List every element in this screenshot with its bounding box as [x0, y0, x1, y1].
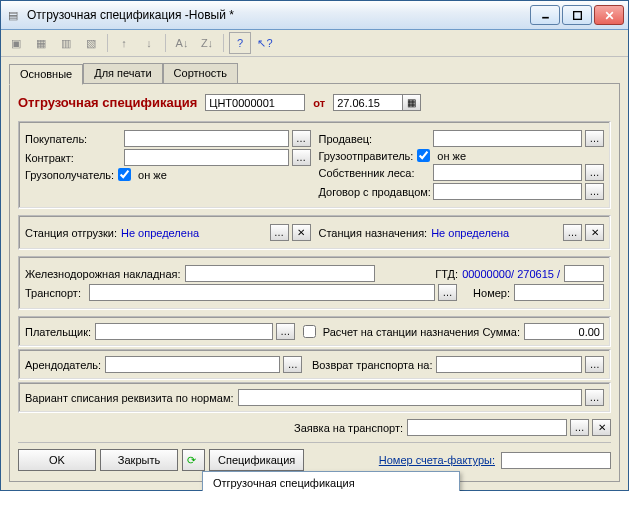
tb-sort-asc-icon[interactable]: A↓ — [171, 32, 193, 54]
dep-station-label: Станция отгрузки: — [25, 227, 117, 239]
spec-dropdown-menu: Отгрузочная спецификация Товарная наклад… — [202, 471, 460, 491]
transport-input[interactable] — [89, 284, 435, 301]
titlebar: ▤ Отгрузочная спецификация -Новый * — [1, 1, 628, 30]
minimize-button[interactable] — [530, 5, 560, 25]
buyer-input[interactable] — [124, 130, 289, 147]
window-title: Отгрузочная спецификация -Новый * — [27, 8, 530, 22]
contract-lookup-button[interactable]: … — [292, 149, 311, 166]
seller-contract-input[interactable] — [433, 183, 583, 200]
ok-button[interactable]: OK — [18, 449, 96, 471]
transport-label: Транспорт: — [25, 287, 85, 299]
consignee-label: Грузополучатель: — [25, 169, 114, 181]
payer-lookup-button[interactable]: … — [276, 323, 295, 340]
lessor-label: Арендодатель: — [25, 359, 101, 371]
menu-item-shipping-spec[interactable]: Отгрузочная спецификация — [203, 472, 459, 491]
tb-help-icon[interactable]: ? — [229, 32, 251, 54]
tab-print[interactable]: Для печати — [83, 63, 162, 84]
consignee-same-checkbox[interactable] — [118, 168, 131, 181]
tb-icon-4[interactable]: ▧ — [80, 32, 102, 54]
tb-sort-desc-icon[interactable]: Z↓ — [196, 32, 218, 54]
refresh-icon: ⟳ — [187, 454, 196, 467]
tab-panel-main: Отгрузочная спецификация от ▦ Покупатель… — [9, 83, 620, 482]
document-icon: ▤ — [5, 7, 21, 23]
transport-request-clear-button[interactable]: ✕ — [592, 419, 611, 436]
dep-station-clear-button[interactable]: ✕ — [292, 224, 311, 241]
tabstrip: Основные Для печати Сортность — [9, 62, 620, 84]
svg-rect-1 — [573, 11, 581, 19]
forest-owner-input[interactable] — [433, 164, 583, 181]
buyer-label: Покупатель: — [25, 133, 120, 145]
number-label: Номер: — [473, 287, 510, 299]
tab-main[interactable]: Основные — [9, 64, 83, 85]
app-window: ▤ Отгрузочная спецификация -Новый * ▣ ▦ … — [0, 0, 629, 491]
close-form-button[interactable]: Закрыть — [100, 449, 178, 471]
rail-waybill-input[interactable] — [185, 265, 375, 282]
return-lookup-button[interactable]: … — [585, 356, 604, 373]
invoice-number-input[interactable] — [501, 452, 611, 469]
return-label: Возврат транспорта на: — [312, 359, 432, 371]
transport-lookup-button[interactable]: … — [438, 284, 457, 301]
page-title: Отгрузочная спецификация — [18, 95, 197, 110]
consignee-same-label: он же — [138, 169, 167, 181]
tb-help-pointer-icon[interactable]: ↖? — [254, 32, 276, 54]
toolbar: ▣ ▦ ▥ ▧ ↑ ↓ A↓ Z↓ ? ↖? — [1, 30, 628, 57]
seller-label: Продавец: — [319, 133, 429, 145]
calc-at-dest-checkbox[interactable] — [303, 325, 316, 338]
dest-station-lookup-button[interactable]: … — [563, 224, 582, 241]
seller-contract-label: Договор c продавцом: — [319, 186, 429, 198]
shipper-same-checkbox[interactable] — [417, 149, 430, 162]
close-button[interactable] — [594, 5, 624, 25]
dest-station-label: Станция назначения: — [319, 227, 428, 239]
payer-label: Плательщик: — [25, 326, 91, 338]
lessor-input[interactable] — [105, 356, 280, 373]
tb-icon-3[interactable]: ▥ — [55, 32, 77, 54]
tab-sort[interactable]: Сортность — [163, 63, 238, 84]
buyer-lookup-button[interactable]: … — [292, 130, 311, 147]
gtd-value[interactable]: 00000000/ 270615 / — [462, 268, 560, 280]
seller-contract-lookup-button[interactable]: … — [585, 183, 604, 200]
contract-input[interactable] — [124, 149, 289, 166]
lessor-lookup-button[interactable]: … — [283, 356, 302, 373]
transport-request-input[interactable] — [407, 419, 567, 436]
sum-input[interactable] — [524, 323, 604, 340]
shipper-same-label: он же — [437, 150, 466, 162]
seller-input[interactable] — [433, 130, 583, 147]
writeoff-input[interactable] — [238, 389, 582, 406]
calc-at-dest-label: Расчет на станции назначения Сумма: — [323, 326, 520, 338]
doc-number-input[interactable] — [205, 94, 305, 111]
writeoff-label: Вариант списания реквизита по нормам: — [25, 392, 234, 404]
label-ot: от — [313, 97, 325, 109]
dep-station-lookup-button[interactable]: … — [270, 224, 289, 241]
tb-up-icon[interactable]: ↑ — [113, 32, 135, 54]
tb-icon-2[interactable]: ▦ — [30, 32, 52, 54]
tb-icon-1[interactable]: ▣ — [5, 32, 27, 54]
dest-station-link[interactable]: Не определена — [431, 227, 560, 239]
tb-down-icon[interactable]: ↓ — [138, 32, 160, 54]
writeoff-lookup-button[interactable]: … — [585, 389, 604, 406]
return-input[interactable] — [436, 356, 582, 373]
gtd-label: ГТД: — [435, 268, 458, 280]
shipper-label: Грузоотправитель: — [319, 150, 414, 162]
seller-lookup-button[interactable]: … — [585, 130, 604, 147]
transport-request-lookup-button[interactable]: … — [570, 419, 589, 436]
dep-station-link[interactable]: Не определена — [121, 227, 267, 239]
payer-input[interactable] — [95, 323, 273, 340]
forest-owner-lookup-button[interactable]: … — [585, 164, 604, 181]
forest-owner-label: Собственник леса: — [319, 167, 429, 179]
refresh-button[interactable]: ⟳ — [182, 449, 205, 471]
transport-request-label: Заявка на транспорт: — [294, 422, 403, 434]
contract-label: Контракт: — [25, 152, 120, 164]
specification-button[interactable]: Спецификация — [209, 449, 304, 471]
number-input[interactable] — [514, 284, 604, 301]
invoice-number-label[interactable]: Номер счета-фактуры: — [379, 454, 495, 466]
dest-station-clear-button[interactable]: ✕ — [585, 224, 604, 241]
rail-waybill-label: Железнодорожная накладная: — [25, 268, 181, 280]
doc-date-input[interactable] — [333, 94, 403, 111]
calendar-icon[interactable]: ▦ — [402, 94, 421, 111]
maximize-button[interactable] — [562, 5, 592, 25]
gtd-input[interactable] — [564, 265, 604, 282]
